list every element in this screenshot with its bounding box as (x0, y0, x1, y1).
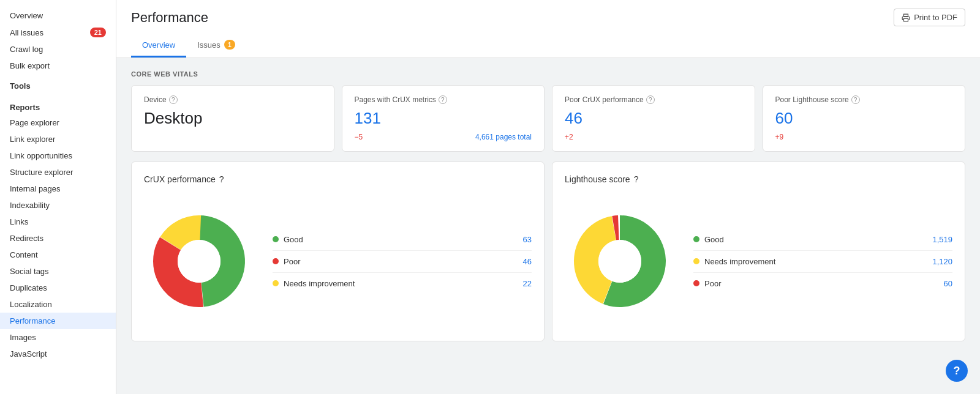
sidebar-item-overview[interactable]: Overview (0, 7, 116, 24)
legend-item: Poor 60 (693, 273, 952, 294)
info-icon-pages-crux[interactable]: ? (439, 95, 447, 104)
sidebar-item-content[interactable]: Content (0, 247, 116, 263)
chart-title-crux-performance: CrUX performance ? (144, 174, 532, 184)
sidebar: OverviewAll issues21Crawl logBulk export… (0, 0, 116, 394)
info-icon-poor-crux[interactable]: ? (646, 95, 655, 104)
sidebar-item-bulk-export[interactable]: Bulk export (0, 58, 116, 74)
legend-dot (273, 280, 279, 286)
sidebar-item-redirects[interactable]: Redirects (0, 230, 116, 247)
top-nav: OverviewAll issues21Crawl logBulk export (0, 7, 116, 74)
legend-item: Good 1,519 (693, 229, 952, 251)
tab-overview[interactable]: Overview (131, 34, 186, 58)
chart-info-icon-crux-performance[interactable]: ? (219, 174, 224, 184)
card-footer-poor-lighthouse: +9 (775, 133, 953, 141)
chart-inner-lighthouse-score: Good 1,519 Needs improvement 1,120 Poor … (565, 194, 952, 329)
svg-rect-0 (904, 18, 908, 21)
legend-item: Good 63 (273, 229, 532, 251)
card-device: Device ?Desktop (131, 85, 334, 152)
legend-dot (273, 236, 279, 242)
tools-section-title: Tools (0, 74, 116, 93)
legend-dot (693, 280, 699, 286)
tab-issues[interactable]: Issues1 (186, 34, 246, 58)
legend-item: Poor 46 (273, 251, 532, 273)
card-footer-poor-crux: +2 (565, 133, 742, 141)
card-label-pages-crux: Pages with CrUX metrics ? (355, 95, 532, 104)
chart-info-icon-lighthouse-score[interactable]: ? (634, 174, 639, 184)
sidebar-item-images[interactable]: Images (0, 329, 116, 346)
main-header: Performance Print to PDF OverviewIssues1 (116, 0, 980, 58)
sidebar-item-social-tags[interactable]: Social tags (0, 263, 116, 280)
sidebar-item-internal-pages[interactable]: Internal pages (0, 180, 116, 197)
card-change-poor-lighthouse: +9 (775, 133, 784, 141)
print-icon (902, 13, 910, 22)
donut-svg-lighthouse-score (565, 194, 675, 329)
sidebar-item-javascript[interactable]: JavaScript (0, 346, 116, 362)
card-poor-lighthouse: Poor Lighthouse score ?60+9 (763, 85, 966, 152)
content-area: CORE WEB VITALS Device ?DesktopPages wit… (116, 58, 980, 354)
card-total-pages-crux: 4,661 pages total (475, 133, 532, 141)
sidebar-item-indexability[interactable]: Indexability (0, 197, 116, 214)
badge-all-issues: 21 (90, 28, 106, 37)
sidebar-item-link-opportunities[interactable]: Link opportunities (0, 147, 116, 164)
legend-dot (273, 258, 279, 264)
print-to-pdf-button[interactable]: Print to PDF (894, 9, 965, 26)
cards-row: Device ?DesktopPages with CrUX metrics ?… (131, 85, 965, 152)
donut-crux-performance (144, 194, 254, 329)
chart-title-lighthouse-score: Lighthouse score ? (565, 174, 952, 184)
charts-row: CrUX performance ? Good 63 Poor 46 Needs… (131, 162, 965, 341)
tabs: OverviewIssues1 (131, 34, 965, 58)
legend-item: Needs improvement 22 (273, 273, 532, 294)
card-value-poor-crux: 46 (565, 109, 742, 128)
sidebar-item-performance[interactable]: Performance (0, 313, 116, 329)
chart-card-crux-performance: CrUX performance ? Good 63 Poor 46 Needs… (131, 162, 545, 341)
card-label-poor-lighthouse: Poor Lighthouse score ? (775, 95, 953, 104)
sidebar-item-localization[interactable]: Localization (0, 296, 116, 313)
card-pages-crux: Pages with CrUX metrics ?131−54,661 page… (342, 85, 545, 152)
sidebar-item-links[interactable]: Links (0, 214, 116, 230)
card-footer-pages-crux: −54,661 pages total (355, 133, 532, 141)
card-change-poor-crux: +2 (565, 133, 573, 141)
legend-crux-performance: Good 63 Poor 46 Needs improvement 22 (273, 229, 532, 294)
reports-section-title: Reports (0, 95, 116, 114)
legend-dot (693, 258, 699, 264)
sidebar-item-page-explorer[interactable]: Page explorer (0, 114, 116, 131)
svg-point-2 (598, 240, 641, 283)
card-label-poor-crux: Poor CrUX performance ? (565, 95, 742, 104)
donut-svg-crux-performance (144, 194, 254, 329)
card-value-poor-lighthouse: 60 (775, 109, 953, 128)
card-value-device: Desktop (144, 109, 322, 128)
legend-item: Needs improvement 1,120 (693, 251, 952, 273)
page-title: Performance (131, 10, 208, 26)
donut-lighthouse-score (565, 194, 675, 329)
chart-card-lighthouse-score: Lighthouse score ? Good 1,519 Needs impr… (552, 162, 965, 341)
card-change-pages-crux: −5 (355, 133, 363, 141)
legend-dot (693, 236, 699, 242)
section-label: CORE WEB VITALS (131, 70, 965, 78)
info-icon-device[interactable]: ? (169, 95, 178, 104)
sidebar-item-duplicates[interactable]: Duplicates (0, 280, 116, 296)
help-button[interactable]: ? (946, 360, 968, 382)
sidebar-item-crawl-log[interactable]: Crawl log (0, 41, 116, 58)
legend-lighthouse-score: Good 1,519 Needs improvement 1,120 Poor … (693, 229, 952, 294)
card-label-device: Device ? (144, 95, 322, 104)
svg-point-1 (178, 240, 221, 283)
tab-badge-issues: 1 (224, 40, 235, 50)
card-value-pages-crux: 131 (355, 109, 532, 128)
page-title-row: Performance Print to PDF (131, 9, 965, 26)
sidebar-item-all-issues[interactable]: All issues21 (0, 24, 116, 41)
sidebar-item-link-explorer[interactable]: Link explorer (0, 131, 116, 147)
sidebar-item-structure-explorer[interactable]: Structure explorer (0, 164, 116, 180)
info-icon-poor-lighthouse[interactable]: ? (851, 95, 860, 104)
chart-inner-crux-performance: Good 63 Poor 46 Needs improvement 22 (144, 194, 532, 329)
card-poor-crux: Poor CrUX performance ?46+2 (552, 85, 755, 152)
main-content: Performance Print to PDF OverviewIssues1… (116, 0, 980, 394)
